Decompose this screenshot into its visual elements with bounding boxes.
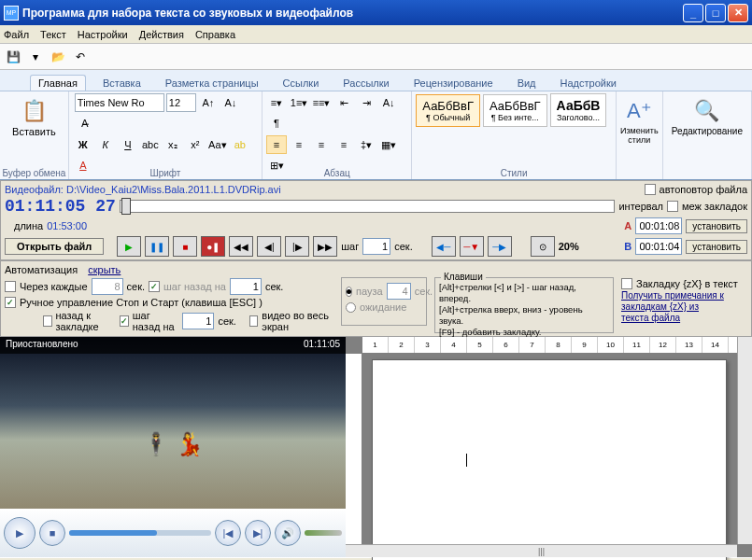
undo-icon[interactable]: ↶ xyxy=(71,48,90,66)
fullscreen-check[interactable] xyxy=(249,315,258,327)
strike-icon[interactable]: abc xyxy=(140,135,161,154)
change-styles-button[interactable]: A⁺ Изменить стили xyxy=(620,93,659,147)
play-button[interactable]: ▶ xyxy=(117,236,141,257)
tab-layout[interactable]: Разметка страницы xyxy=(158,76,266,91)
paste-button[interactable]: 📋 Вставить xyxy=(4,93,64,140)
wmp-play-button[interactable]: ▶ xyxy=(4,517,35,549)
case-icon[interactable]: Aa▾ xyxy=(207,135,228,154)
bm-add-button[interactable]: ─▼ xyxy=(460,236,484,257)
next-button[interactable]: ▶▶ xyxy=(313,236,337,257)
interval-bm-check[interactable] xyxy=(667,201,678,212)
align-center-icon[interactable]: ≡ xyxy=(289,135,309,154)
multilevel-icon[interactable]: ≡≡▾ xyxy=(311,93,332,112)
scrollbar-horizontal[interactable]: ||| xyxy=(346,544,737,557)
shading-icon[interactable]: ▦▾ xyxy=(378,135,399,154)
close-button[interactable]: ✕ xyxy=(728,4,748,22)
manual-check[interactable] xyxy=(5,297,16,308)
showmarks-icon[interactable]: ¶ xyxy=(266,114,287,133)
tab-addins[interactable]: Надстройки xyxy=(553,76,624,91)
tab-home[interactable]: Главная xyxy=(30,75,86,91)
video-frame[interactable]: 🕴️ 💃 Приостановлено 01:11:05 xyxy=(0,337,346,509)
align-right-icon[interactable]: ≡ xyxy=(311,135,332,154)
minimize-button[interactable]: _ xyxy=(683,4,703,22)
autorepeat-check[interactable] xyxy=(645,184,656,195)
dropdown-icon[interactable]: ▾ xyxy=(26,48,45,66)
indent-icon[interactable]: ⇥ xyxy=(356,93,376,112)
b-set-button[interactable]: установить xyxy=(686,240,747,254)
pause-input[interactable] xyxy=(387,283,411,300)
stop-button[interactable]: ■ xyxy=(173,236,197,257)
every-check[interactable] xyxy=(5,281,16,292)
step-input[interactable] xyxy=(362,238,390,255)
bm-to-text-check[interactable] xyxy=(621,278,632,289)
subscript-icon[interactable]: x₂ xyxy=(163,135,183,154)
bm-prev-button[interactable]: ◀─ xyxy=(432,236,456,257)
style-heading1[interactable]: АаБбВ Заголово... xyxy=(550,93,607,127)
tab-view[interactable]: Вид xyxy=(510,76,544,91)
bm-next-button[interactable]: ─▶ xyxy=(488,236,512,257)
stepback2-input[interactable] xyxy=(182,313,214,329)
editing-button[interactable]: 🔍 Редактирование xyxy=(667,93,747,139)
wmp-stop-button[interactable]: ■ xyxy=(39,520,65,546)
open-file-button[interactable]: Открыть файл xyxy=(5,238,104,255)
highlight-icon[interactable]: ab xyxy=(230,135,250,154)
stepback-check[interactable] xyxy=(149,281,160,292)
font-name-select[interactable] xyxy=(75,93,164,112)
seek-slider[interactable] xyxy=(120,200,616,213)
ruler-horizontal[interactable]: 1234567891011121314 xyxy=(362,337,752,354)
wmp-progress[interactable] xyxy=(69,530,211,536)
tab-review[interactable]: Рецензирование xyxy=(406,76,501,91)
outdent-icon[interactable]: ⇤ xyxy=(333,93,354,112)
stepback2-check[interactable] xyxy=(120,315,129,327)
stepback-button[interactable]: ◀| xyxy=(257,236,281,257)
italic-icon[interactable]: К xyxy=(95,135,116,154)
clear-format-icon[interactable]: A̶ xyxy=(75,114,95,133)
prev-button[interactable]: ◀◀ xyxy=(229,236,253,257)
superscript-icon[interactable]: x² xyxy=(185,135,206,154)
maximize-button[interactable]: □ xyxy=(705,4,726,22)
shrink-font-icon[interactable]: A↓ xyxy=(220,93,241,112)
underline-icon[interactable]: Ч xyxy=(118,135,138,154)
every-input[interactable] xyxy=(92,278,123,295)
linespacing-icon[interactable]: ‡▾ xyxy=(356,135,376,154)
font-size-select[interactable] xyxy=(166,93,196,112)
style-nospacing[interactable]: АаБбВвГ ¶ Без инте... xyxy=(483,94,547,127)
bold-icon[interactable]: Ж xyxy=(73,135,93,154)
style-normal[interactable]: АаБбВвГ ¶ Обычный xyxy=(416,94,480,127)
zoom-tool-button[interactable]: ⊙ xyxy=(531,236,555,257)
bullets-icon[interactable]: ≡▾ xyxy=(266,93,287,112)
auto-hide-link[interactable]: скрыть xyxy=(88,264,121,275)
open-icon[interactable]: 📂 xyxy=(49,48,67,66)
wmp-mute-button[interactable]: 🔊 xyxy=(275,520,301,546)
tab-insert[interactable]: Вставка xyxy=(95,76,149,91)
grow-font-icon[interactable]: A↑ xyxy=(198,93,219,112)
wmp-prev-button[interactable]: |◀ xyxy=(215,520,241,546)
stepback-input[interactable] xyxy=(230,278,262,295)
menu-settings[interactable]: Настройки xyxy=(78,29,128,40)
menu-actions[interactable]: Действия xyxy=(139,29,184,40)
ruler-vertical[interactable] xyxy=(346,354,362,544)
stepfwd-button[interactable]: |▶ xyxy=(285,236,309,257)
wmp-next-button[interactable]: ▶| xyxy=(245,520,271,546)
scrollbar-vertical[interactable] xyxy=(737,337,752,544)
numbering-icon[interactable]: 1≡▾ xyxy=(289,93,309,112)
document-page[interactable] xyxy=(372,359,727,560)
sort-icon[interactable]: A↓ xyxy=(378,93,399,112)
a-time-input[interactable] xyxy=(635,217,682,234)
rec-button[interactable]: ●❚ xyxy=(201,236,225,257)
wmp-volume-slider[interactable] xyxy=(305,530,342,536)
menu-help[interactable]: Справка xyxy=(195,29,235,40)
wait-radio[interactable] xyxy=(346,302,356,313)
pause-button[interactable]: ❚❚ xyxy=(145,236,169,257)
align-left-icon[interactable]: ≡ xyxy=(266,135,287,154)
menu-text[interactable]: Текст xyxy=(40,29,66,40)
justify-icon[interactable]: ≡ xyxy=(333,135,354,154)
tab-mail[interactable]: Рассылки xyxy=(335,76,396,91)
backbm-check[interactable] xyxy=(43,315,51,327)
pause-radio[interactable] xyxy=(346,287,352,297)
save-icon[interactable]: 💾 xyxy=(4,48,22,66)
menu-file[interactable]: Файл xyxy=(4,29,29,40)
a-set-button[interactable]: установить xyxy=(686,219,747,233)
b-time-input[interactable] xyxy=(635,238,682,255)
get-notes-link[interactable]: Получить примечания к закладкам {zX} из … xyxy=(621,290,739,324)
